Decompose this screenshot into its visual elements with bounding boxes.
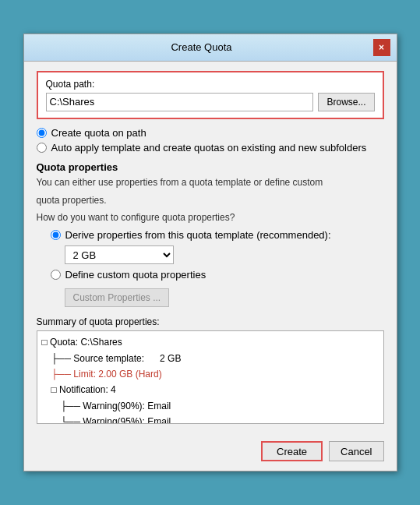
define-custom-label: Define custom quota properties — [65, 269, 206, 281]
auto-apply-row: Auto apply template and create quotas on… — [37, 142, 384, 154]
quota-path-input[interactable] — [46, 93, 314, 111]
define-radio-row: Define custom quota properties — [51, 269, 384, 281]
create-quota-dialog: Create Quota × Quota path: Browse... Cre… — [23, 34, 397, 471]
dialog-title: Create Quota — [30, 41, 373, 53]
summary-row-2: ├── Limit: 2.00 GB (Hard) — [42, 366, 379, 382]
dialog-footer: Create Cancel — [24, 433, 397, 471]
quota-properties-desc1: You can either use properties from a quo… — [37, 176, 384, 189]
custom-properties-button[interactable]: Custom Properties ... — [65, 288, 170, 307]
summary-section: Summary of quota properties: □ Quota: C:… — [37, 316, 384, 424]
title-bar: Create Quota × — [24, 34, 397, 62]
browse-button[interactable]: Browse... — [318, 93, 374, 111]
define-custom-radio[interactable] — [51, 270, 61, 280]
create-on-path-label: Create quota on path — [51, 127, 146, 139]
derive-radio[interactable] — [51, 230, 61, 240]
template-dropdown-row: 2 GB — [65, 245, 384, 264]
summary-label: Summary of quota properties: — [37, 316, 384, 327]
derive-radio-row: Derive properties from this quota templa… — [51, 229, 384, 241]
create-button[interactable]: Create — [261, 441, 323, 461]
template-dropdown[interactable]: 2 GB — [65, 245, 174, 264]
summary-row-4: ├── Warning(90%): Email — [42, 398, 379, 414]
summary-row-3: □ Notification: 4 — [42, 382, 379, 397]
summary-box[interactable]: □ Quota: C:\Shares ├── Source template: … — [37, 330, 384, 424]
quota-properties-how: How do you want to configure quota prope… — [37, 211, 384, 224]
quota-path-row: Browse... — [46, 93, 375, 111]
derive-section: Derive properties from this quota templa… — [51, 229, 384, 264]
dialog-body: Quota path: Browse... Create quota on pa… — [24, 62, 397, 433]
cancel-button[interactable]: Cancel — [329, 441, 383, 461]
summary-row-0: □ Quota: C:\Shares — [42, 334, 379, 350]
quota-properties-heading: Quota properties — [37, 161, 384, 173]
auto-apply-label: Auto apply template and create quotas on… — [51, 142, 367, 154]
summary-row-5: └── Warning(95%): Email — [42, 414, 379, 424]
close-button[interactable]: × — [373, 39, 390, 56]
create-on-path-row: Create quota on path — [37, 127, 384, 139]
create-on-path-radio[interactable] — [37, 128, 47, 138]
quota-path-label: Quota path: — [46, 79, 375, 90]
quota-properties-desc2: quota properties. — [37, 194, 384, 207]
define-section: Define custom quota properties Custom Pr… — [51, 269, 384, 307]
derive-label: Derive properties from this quota templa… — [65, 229, 331, 241]
quota-path-section: Quota path: Browse... — [37, 71, 384, 119]
summary-row-1: ├── Source template: 2 GB — [42, 351, 379, 366]
auto-apply-radio[interactable] — [37, 143, 47, 153]
